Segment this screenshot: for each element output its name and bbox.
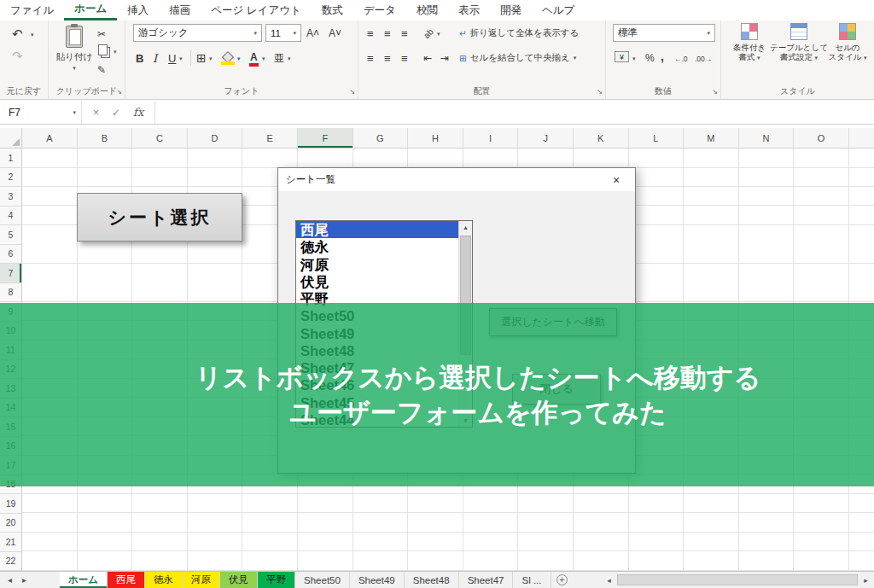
number-dialog-launcher-icon[interactable]: ↘ — [712, 88, 718, 96]
font-size-select[interactable]: 11 ▾ — [265, 24, 301, 42]
sheet-tab[interactable]: Sheet48 — [405, 572, 459, 588]
select-all-corner[interactable] — [0, 128, 22, 148]
row-header[interactable]: 7 — [0, 264, 21, 283]
column-header[interactable]: N — [739, 128, 795, 148]
row-header[interactable]: 4 — [0, 207, 21, 226]
currency-format-button[interactable]: ¥ — [615, 51, 629, 62]
scrollbar-track[interactable] — [615, 574, 859, 585]
scrollbar-thumb[interactable] — [617, 574, 858, 585]
sheet-tab[interactable]: ホーム — [60, 572, 108, 588]
row-header[interactable]: 2 — [0, 168, 21, 188]
sheet-tab[interactable]: Sheet47 — [459, 572, 514, 588]
formula-input[interactable] — [155, 101, 874, 124]
orientation-button[interactable]: ab — [419, 24, 438, 43]
borders-button[interactable]: ⊞ — [196, 49, 207, 67]
decrease-indent-button[interactable]: ⇤ — [423, 49, 432, 67]
column-header[interactable]: M — [684, 128, 739, 148]
underline-button[interactable]: U — [168, 49, 176, 67]
row-header[interactable]: 22 — [0, 552, 21, 572]
orientation-caret-icon[interactable]: ▾ — [437, 31, 440, 38]
column-header[interactable]: F — [298, 128, 353, 148]
sheet-tab[interactable]: 伏見 — [220, 572, 258, 588]
font-color-button[interactable]: A — [249, 52, 259, 67]
ribbon-tab[interactable]: 校閲 — [406, 0, 448, 20]
sheet-tab[interactable]: Sheet50 — [295, 572, 350, 588]
prev-sheet-icon[interactable]: ◂ — [8, 575, 12, 585]
column-header[interactable]: C — [132, 128, 188, 148]
font-dialog-launcher-icon[interactable]: ↘ — [349, 88, 355, 96]
sheet-tab[interactable]: 平野 — [258, 572, 295, 588]
undo-caret-icon[interactable]: ▾ — [31, 32, 34, 38]
comma-style-button[interactable]: , — [661, 48, 664, 65]
next-sheet-icon[interactable]: ▸ — [22, 575, 26, 585]
column-header[interactable]: O — [794, 128, 849, 148]
ribbon-tab[interactable]: 表示 — [448, 0, 490, 20]
name-box-caret-icon[interactable]: ▾ — [73, 109, 81, 116]
borders-caret-icon[interactable]: ▾ — [209, 55, 213, 62]
copy-caret-icon[interactable]: ▾ — [114, 49, 117, 55]
row-header[interactable]: 6 — [0, 245, 21, 265]
ribbon-tab[interactable]: 挿入 — [117, 0, 159, 20]
row-header[interactable]: 5 — [0, 225, 21, 245]
ribbon-tab[interactable]: ページ レイアウト — [201, 0, 312, 20]
ribbon-tab[interactable]: データ — [353, 0, 406, 20]
currency-caret-icon[interactable]: ▾ — [632, 55, 636, 62]
cancel-button[interactable]: × — [93, 107, 99, 119]
row-header[interactable]: 3 — [0, 187, 21, 207]
row-header[interactable]: 19 — [0, 494, 21, 514]
ribbon-tab[interactable]: ヘルプ — [532, 0, 585, 20]
row-header[interactable]: 21 — [0, 533, 21, 552]
column-header[interactable]: K — [574, 128, 629, 148]
column-header[interactable]: G — [353, 128, 409, 148]
column-header[interactable]: A — [22, 128, 78, 148]
fill-color-caret-icon[interactable]: ▾ — [237, 55, 241, 62]
sheet-select-macro-button[interactable]: シート選択 — [77, 193, 242, 242]
row-header[interactable]: 20 — [0, 514, 21, 533]
column-header[interactable]: B — [78, 128, 133, 148]
ribbon-tab[interactable]: 数式 — [312, 0, 353, 20]
font-color-caret-icon[interactable]: ▾ — [262, 55, 265, 62]
sheet-tab[interactable]: 河原 — [183, 572, 220, 588]
ribbon-tab[interactable]: ホーム — [64, 0, 117, 20]
redo-button[interactable]: ↷ — [12, 48, 23, 65]
phonetic-guide-button[interactable]: 亜 — [274, 49, 284, 67]
ribbon-tab[interactable]: ファイル — [0, 0, 64, 20]
list-item[interactable]: 伏見 — [296, 273, 458, 290]
list-item[interactable]: 西尾 — [296, 221, 458, 238]
dialog-close-icon[interactable]: × — [597, 168, 635, 191]
row-header[interactable]: 1 — [0, 148, 21, 168]
cell-styles-button[interactable]: セルの スタイル ▾ — [825, 23, 870, 83]
list-item[interactable]: 河原 — [296, 256, 458, 273]
alignment-dialog-launcher-icon[interactable]: ↘ — [597, 88, 603, 96]
align-bottom-button[interactable]: ≡ — [401, 25, 408, 42]
phonetic-caret-icon[interactable]: ▾ — [288, 55, 291, 62]
percent-style-button[interactable]: % — [645, 49, 655, 67]
number-format-select[interactable]: 標準 ▾ — [613, 24, 715, 42]
align-right-button[interactable]: ≡ — [401, 49, 408, 67]
copy-button[interactable] — [98, 44, 108, 55]
format-painter-button[interactable]: ✎ — [97, 61, 106, 79]
horizontal-scrollbar[interactable]: ◂ ▸ — [603, 572, 874, 588]
decrease-decimal-button[interactable]: .00→ — [695, 50, 712, 67]
column-header[interactable]: D — [188, 128, 243, 148]
column-header[interactable]: I — [463, 128, 519, 148]
column-header[interactable]: H — [408, 128, 463, 148]
merge-center-button[interactable]: ⊞ セルを結合して中央揃え ▾ — [459, 52, 576, 64]
conditional-formatting-button[interactable]: 条件付き 書式 ▾ — [726, 23, 772, 83]
ribbon-tab[interactable]: 描画 — [159, 0, 201, 20]
dialog-titlebar[interactable]: シート一覧 × — [278, 168, 635, 191]
scroll-left-icon[interactable]: ◂ — [603, 576, 615, 585]
align-middle-button[interactable]: ≡ — [384, 25, 391, 42]
scroll-right-icon[interactable]: ▸ — [859, 576, 872, 585]
bold-button[interactable]: B — [136, 49, 143, 67]
enter-button[interactable]: ✓ — [112, 107, 120, 119]
align-top-button[interactable]: ≡ — [367, 25, 374, 42]
paste-button[interactable]: 貼り付け ▾ — [55, 23, 94, 84]
decrease-font-size-button[interactable]: A˅ — [329, 25, 341, 42]
ribbon-tab[interactable]: 開発 — [490, 0, 532, 20]
name-box[interactable]: F7 ▾ — [0, 101, 82, 124]
new-sheet-button[interactable]: + — [551, 572, 574, 588]
align-center-button[interactable]: ≡ — [384, 49, 391, 67]
cut-button[interactable]: ✂ — [97, 26, 106, 43]
column-header[interactable]: E — [242, 128, 298, 148]
